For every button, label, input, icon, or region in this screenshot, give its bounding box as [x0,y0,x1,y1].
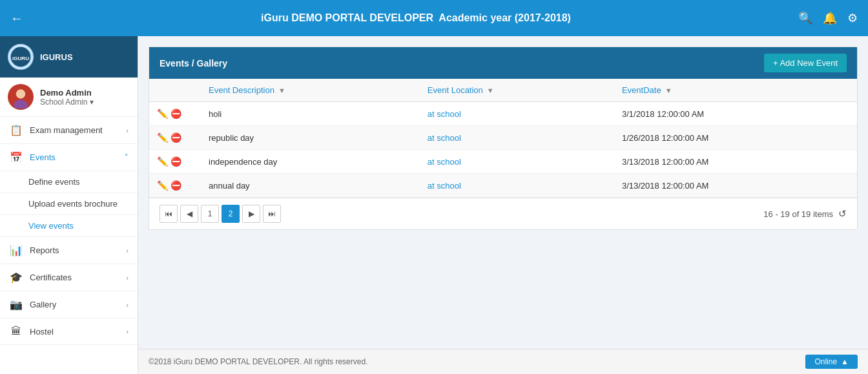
events-icon: 📅 [9,151,23,163]
table-cell-date: 1/26/2018 12:00:00 AM [614,126,857,150]
online-chevron-icon: ▲ [841,357,849,366]
delete-button[interactable]: ⛔ [170,180,181,191]
pagination-bar: ⏮ ◀ 1 2 ▶ ⏭ 16 - 19 of 19 items ↺ [149,198,857,229]
table-cell-description: holi [201,102,420,126]
arrow-icon: › [126,127,129,134]
table-cell-description: republic day [201,126,420,150]
sidebar-user: Demo Admin School Admin ▾ [0,78,138,117]
role-chevron-icon: ▾ [90,98,94,107]
user-role[interactable]: School Admin ▾ [40,98,94,107]
events-table: Event Description ▼ Event Location ▼ [149,79,857,198]
table-row: ✏️ ⛔ independence dayat school3/13/2018 … [149,150,857,174]
pagination-info: 16 - 19 of 19 items ↺ [763,208,847,220]
delete-button[interactable]: ⛔ [170,132,181,143]
sidebar-item-exam[interactable]: 📋 Exam management › [0,117,138,144]
reports-icon: 📊 [9,244,23,256]
svg-point-3 [16,89,25,98]
edit-button[interactable]: ✏️ [157,109,168,119]
table-cell-actions: ✏️ ⛔ [149,150,201,174]
sidebar-item-reports[interactable]: 📊 Reports › [0,237,138,264]
table-cell-location: at school [420,174,614,198]
footer-copyright: ©2018 iGuru DEMO PORTAL DEVELOPER. All r… [149,357,367,366]
table-row: ✏️ ⛔ annual dayat school3/13/2018 12:00:… [149,174,857,198]
delete-button[interactable]: ⛔ [170,156,181,167]
table-body: ✏️ ⛔ holiat school3/1/2018 12:00:00 AM ✏… [149,102,857,198]
table-header-row: Event Description ▼ Event Location ▼ [149,79,857,102]
table-row: ✏️ ⛔ republic dayat school1/26/2018 12:0… [149,126,857,150]
events-table-container: Event Description ▼ Event Location ▼ [149,79,857,198]
table-cell-actions: ✏️ ⛔ [149,126,201,150]
col-location-header: Event Location ▼ [420,79,614,102]
sidebar-item-define-events[interactable]: Define events [0,171,138,193]
edit-button[interactable]: ✏️ [157,156,168,167]
gallery-icon: 📷 [9,298,23,311]
back-button[interactable]: ← [10,11,23,26]
location-filter-icon[interactable]: ▼ [487,87,494,94]
date-filter-icon[interactable]: ▼ [665,87,672,94]
user-avatar [8,84,34,110]
pagination-info-text: 16 - 19 of 19 items [763,209,833,219]
pagination-next-button[interactable]: ▶ [242,205,260,223]
card-title: Events / Gallery [160,58,227,68]
sidebar-item-view-events[interactable]: View events [0,215,138,237]
header-title: iGuru DEMO PORTAL DEVELOPER Academic yea… [34,12,798,24]
sidebar-item-certificates[interactable]: 🎓 Certificates › [0,264,138,291]
table-row: ✏️ ⛔ holiat school3/1/2018 12:00:00 AM [149,102,857,126]
pagination-prev-button[interactable]: ◀ [180,205,198,223]
exam-icon: 📋 [9,124,23,136]
sidebar-item-hostel[interactable]: 🏛 Hostel › [0,318,138,345]
sidebar-item-label: Exam management [30,125,126,135]
sidebar: iGURU IGURUS Demo Admin School Admin ▾ [0,36,138,374]
user-info: Demo Admin School Admin ▾ [40,88,94,107]
table-cell-location: at school [420,102,614,126]
gear-icon[interactable]: ⚙ [847,11,858,25]
footer: ©2018 iGuru DEMO PORTAL DEVELOPER. All r… [138,349,868,374]
col-actions-header [149,79,201,102]
table-cell-location: at school [420,150,614,174]
arrow-icon: ˅ [125,153,129,161]
table-cell-location: at school [420,126,614,150]
col-description-header: Event Description ▼ [201,79,420,102]
pagination-last-button[interactable]: ⏭ [263,205,281,223]
add-new-event-button[interactable]: + Add New Event [764,54,847,72]
edit-button[interactable]: ✏️ [157,132,168,143]
brand-name: IGURUS [40,52,73,62]
sidebar-item-label: Events [30,152,125,162]
certificates-icon: 🎓 [9,271,23,284]
table-cell-description: independence day [201,150,420,174]
bell-icon[interactable]: 🔔 [823,11,837,25]
col-date-header: EventDate ▼ [614,79,857,102]
pagination-first-button[interactable]: ⏮ [160,205,178,223]
pagination-page-1-button[interactable]: 1 [201,205,219,223]
arrow-icon: › [126,301,129,309]
refresh-button[interactable]: ↺ [838,208,847,220]
user-name: Demo Admin [40,88,94,98]
brand-logo: iGURU [8,44,34,70]
delete-button[interactable]: ⛔ [170,109,181,119]
arrow-icon: › [126,274,129,282]
sidebar-item-label: Hostel [30,327,126,337]
table-cell-actions: ✏️ ⛔ [149,174,201,198]
online-status-badge[interactable]: Online ▲ [805,355,858,369]
arrow-icon: › [126,247,129,255]
top-header: ← iGuru DEMO PORTAL DEVELOPER Academic y… [0,0,868,36]
content-area: Events / Gallery + Add New Event Event D… [138,36,868,374]
table-cell-date: 3/13/2018 12:00:00 AM [614,174,857,198]
card-header: Events / Gallery + Add New Event [149,47,857,79]
table-cell-date: 3/1/2018 12:00:00 AM [614,102,857,126]
sidebar-item-label: Certificates [30,273,126,282]
sidebar-item-upload-events[interactable]: Upload events brochure [0,193,138,215]
svg-text:iGURU: iGURU [12,56,29,61]
sidebar-item-events[interactable]: 📅 Events ˅ [0,144,138,171]
pagination-controls: ⏮ ◀ 1 2 ▶ ⏭ [160,205,281,223]
table-cell-actions: ✏️ ⛔ [149,102,201,126]
sidebar-nav: 📋 Exam management › 📅 Events ˅ Define ev… [0,117,138,374]
pagination-page-2-button[interactable]: 2 [222,205,240,223]
sidebar-item-label: Gallery [30,300,126,309]
table-cell-description: annual day [201,174,420,198]
sidebar-item-gallery[interactable]: 📷 Gallery › [0,291,138,318]
sidebar-item-label: Reports [30,245,126,255]
search-icon[interactable]: 🔍 [798,11,812,25]
edit-button[interactable]: ✏️ [157,180,168,191]
description-filter-icon[interactable]: ▼ [278,87,285,94]
